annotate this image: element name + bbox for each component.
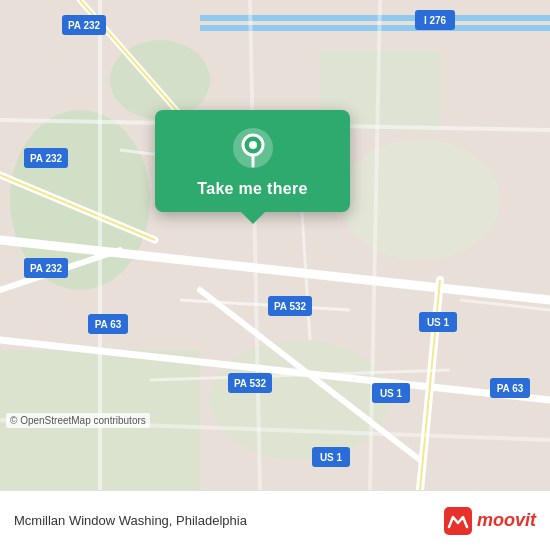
- map-attribution: © OpenStreetMap contributors: [6, 413, 150, 428]
- navigation-popup[interactable]: Take me there: [155, 110, 350, 212]
- svg-text:PA 232: PA 232: [30, 263, 63, 274]
- moovit-logo: moovit: [444, 507, 536, 535]
- moovit-brand-name: moovit: [477, 510, 536, 531]
- bottom-bar: Mcmillan Window Washing, Philadelphia mo…: [0, 490, 550, 550]
- svg-text:US 1: US 1: [427, 317, 450, 328]
- svg-text:PA 532: PA 532: [234, 378, 267, 389]
- location-label: Mcmillan Window Washing, Philadelphia: [14, 513, 247, 528]
- svg-text:US 1: US 1: [380, 388, 403, 399]
- svg-text:PA 532: PA 532: [274, 301, 307, 312]
- location-pin-icon: [231, 126, 275, 170]
- svg-text:PA 63: PA 63: [497, 383, 524, 394]
- svg-point-4: [340, 140, 500, 260]
- svg-rect-55: [444, 507, 472, 535]
- svg-text:I 276: I 276: [424, 15, 447, 26]
- svg-text:PA 63: PA 63: [95, 319, 122, 330]
- svg-text:US 1: US 1: [320, 452, 343, 463]
- svg-point-53: [249, 141, 257, 149]
- map-container: PA 232 I 276 PA 232 PA 232 PA 63 PA 532 …: [0, 0, 550, 490]
- moovit-icon: [444, 507, 472, 535]
- svg-point-6: [210, 340, 390, 460]
- svg-text:PA 232: PA 232: [30, 153, 63, 164]
- svg-text:PA 232: PA 232: [68, 20, 101, 31]
- take-me-there-button[interactable]: Take me there: [197, 180, 307, 198]
